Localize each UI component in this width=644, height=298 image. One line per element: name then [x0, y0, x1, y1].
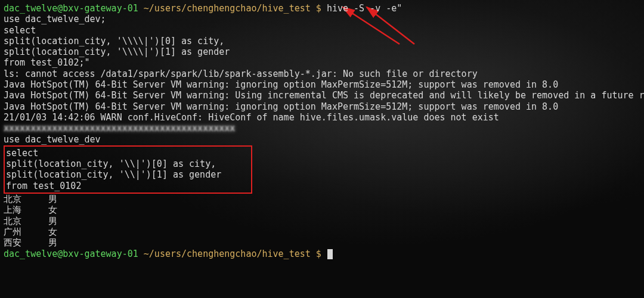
command-text: hive -S -v -e" [327, 3, 402, 14]
prompt-path: ~/users/chenghengchao/hive_test [144, 249, 311, 259]
result-gender: 女 [48, 226, 57, 237]
highlighted-query-box: select split(location_city, '\\|')[0] as… [4, 145, 252, 194]
result-city: 北京 [4, 216, 21, 226]
input-line: from test_0102;" [4, 57, 639, 68]
terminal[interactable]: dac_twelve@bxv-gateway-01 ~/users/chengh… [0, 0, 644, 262]
result-row: 广州 女 [4, 226, 639, 237]
result-city: 西安 [4, 237, 21, 248]
input-line: select [4, 25, 639, 36]
prompt-user: dac_twelve@bxv-gateway-01 [4, 249, 138, 259]
terminal-cursor [327, 249, 333, 259]
result-gender: 男 [48, 237, 57, 248]
warning-line: 21/01/03 14:42:06 WARN conf.HiveConf: Hi… [4, 112, 639, 123]
boxed-query-line: split(location_city, '\\|')[1] as gender [6, 169, 221, 180]
input-line: split(location_city, '\\\\|')[1] as gend… [4, 46, 639, 57]
echo-use: use dac_twelve_dev [4, 134, 639, 145]
result-row: 西安 男 [4, 237, 639, 248]
prompt-path: ~/users/chenghengchao/hive_test [144, 3, 311, 14]
boxed-query-line: select [6, 148, 221, 159]
result-row: 北京 男 [4, 216, 639, 226]
prompt-dollar: $ [316, 249, 321, 259]
boxed-query-line: split(location_city, '\\|')[0] as city, [6, 159, 221, 169]
result-city: 广州 [4, 226, 21, 237]
prompt-dollar: $ [316, 3, 321, 14]
warning-line: Java HotSpot(TM) 64-Bit Server VM warnin… [4, 79, 639, 90]
result-city: 北京 [4, 194, 21, 204]
warning-line: Java HotSpot(TM) 64-Bit Server VM warnin… [4, 101, 639, 112]
result-gender: 男 [48, 194, 57, 204]
input-line: split(location_city, '\\\\|')[0] as city… [4, 36, 639, 46]
warning-line: ls: cannot access /data1/spark/spark/lib… [4, 69, 639, 79]
warning-line: Java HotSpot(TM) 64-Bit Server VM warnin… [4, 90, 639, 101]
result-gender: 女 [48, 204, 57, 215]
prompt-user: dac_twelve@bxv-gateway-01 [4, 3, 138, 14]
redacted-line: xxxxxxxxxxxxxxxxxxxxxxxxxxxxxxxxxxxxxxxx… [4, 123, 639, 134]
result-row: 北京 男 [4, 194, 639, 204]
result-gender: 男 [48, 216, 57, 226]
boxed-query-line: from test_0102 [6, 181, 221, 191]
prompt-line-1: dac_twelve@bxv-gateway-01 ~/users/chengh… [4, 3, 639, 14]
prompt-line-2[interactable]: dac_twelve@bxv-gateway-01 ~/users/chengh… [4, 249, 639, 259]
input-line: use dac_twelve_dev; [4, 14, 639, 24]
result-city: 上海 [4, 204, 21, 215]
result-row: 上海 女 [4, 204, 639, 215]
